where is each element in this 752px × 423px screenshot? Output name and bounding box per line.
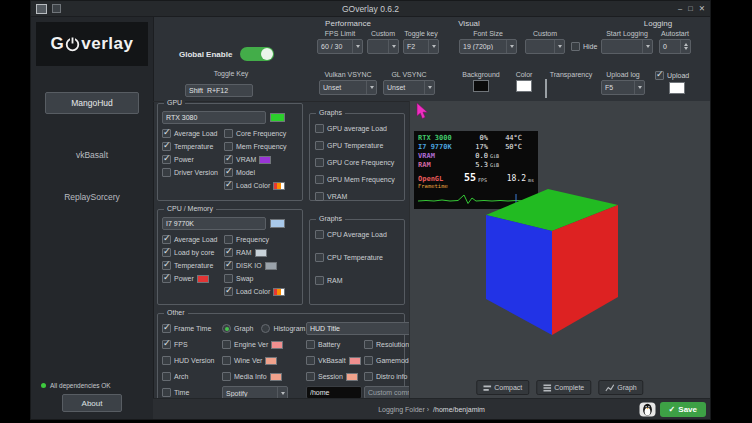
checkbox-cpu-temperature[interactable]: Temperature bbox=[162, 259, 224, 272]
checkbox-core-frequency[interactable]: Core Frequency bbox=[224, 127, 298, 140]
font-size-dropdown[interactable]: 19 (720p) bbox=[459, 39, 517, 54]
about-button[interactable]: About bbox=[62, 394, 122, 412]
checkbox-session[interactable]: Session bbox=[306, 370, 362, 383]
checkbox-hud-version[interactable]: HUD Version bbox=[162, 354, 220, 367]
window-menu-icon[interactable] bbox=[52, 4, 61, 13]
upload-color-swatch[interactable] bbox=[669, 82, 685, 94]
graph-button[interactable]: Graph bbox=[598, 380, 643, 395]
checkbox-box bbox=[222, 372, 231, 381]
background-label: Background bbox=[459, 71, 503, 78]
checkbox-label: Arch bbox=[174, 373, 188, 380]
load-color-swatch[interactable] bbox=[273, 182, 285, 190]
maximize-button[interactable]: □ bbox=[688, 4, 693, 13]
cpu-name-input[interactable] bbox=[162, 217, 266, 230]
checkbox-graph-cpu-average-load[interactable]: CPU Average Load bbox=[315, 228, 399, 241]
checkbox-vram[interactable]: VRAM bbox=[224, 153, 298, 166]
checkbox-box bbox=[224, 142, 233, 151]
checkbox-graph-gpu-core-frequency[interactable]: GPU Core Frequency bbox=[315, 156, 399, 169]
compact-button[interactable]: Compact bbox=[476, 380, 529, 395]
checkbox-gpu-power[interactable]: Power bbox=[162, 153, 224, 166]
spinner-arrows-icon[interactable] bbox=[680, 40, 690, 53]
checkbox-media-info[interactable]: Media Info bbox=[222, 370, 304, 383]
save-button[interactable]: ✓ Save bbox=[660, 402, 706, 417]
background-color-swatch[interactable] bbox=[473, 80, 489, 92]
radio-label: Histogram bbox=[273, 325, 305, 332]
checkbox-label: VRAM bbox=[236, 156, 256, 163]
checkbox-load-by-core[interactable]: Load by core bbox=[162, 246, 224, 259]
cpu-color-swatch[interactable] bbox=[270, 219, 285, 228]
checkbox-fps[interactable]: FPS bbox=[162, 338, 220, 351]
fps-custom-group: Custom bbox=[367, 30, 399, 54]
app-icon bbox=[36, 4, 47, 14]
checkbox-graph-cpu-temperature[interactable]: CPU Temperature bbox=[315, 251, 399, 264]
radio-graph[interactable]: Graph bbox=[222, 322, 253, 335]
transparency-picker-icon[interactable] bbox=[545, 79, 547, 98]
wine-color-swatch[interactable] bbox=[265, 357, 277, 365]
font-custom-dropdown[interactable] bbox=[525, 39, 565, 54]
checkbox-gpu-load-color[interactable]: Load Color bbox=[224, 179, 298, 192]
autostart-spinner[interactable]: 0 bbox=[659, 39, 691, 54]
checkbox-graph-ram[interactable]: RAM bbox=[315, 274, 399, 287]
checkbox-battery[interactable]: Battery bbox=[306, 338, 362, 351]
start-logging-dropdown[interactable] bbox=[601, 39, 653, 54]
checkbox-cpu-power[interactable]: Power bbox=[162, 272, 224, 285]
checkbox-graph-gpu-mem-frequency[interactable]: GPU Mem Frequency bbox=[315, 173, 399, 186]
engine-color-swatch[interactable] bbox=[271, 341, 283, 349]
gpu-name-input[interactable] bbox=[162, 111, 266, 124]
checkbox-cpu-load-color[interactable]: Load Color bbox=[224, 285, 298, 298]
upload-log-dropdown[interactable]: F5 bbox=[601, 80, 645, 95]
toggle-key-input[interactable] bbox=[185, 84, 253, 97]
vkbasalt-color-swatch[interactable] bbox=[349, 357, 361, 365]
checkbox-ram[interactable]: RAM bbox=[224, 246, 298, 259]
disk-io-color-swatch[interactable] bbox=[265, 262, 277, 270]
checkbox-graph-gpu-temperature[interactable]: GPU Temperature bbox=[315, 139, 399, 152]
session-color-swatch[interactable] bbox=[346, 373, 358, 381]
checkbox-label: DISK IO bbox=[236, 262, 262, 269]
text-color-swatch[interactable] bbox=[516, 80, 532, 92]
checkbox-label: CPU Average Load bbox=[327, 231, 387, 238]
complete-button[interactable]: Complete bbox=[536, 380, 591, 395]
fps-limit-dropdown[interactable]: 60 / 30 bbox=[317, 39, 363, 54]
checkbox-frequency[interactable]: Frequency bbox=[224, 233, 298, 246]
checkbox-frame-time[interactable]: Frame Time bbox=[162, 322, 220, 335]
fps-toggle-key-dropdown[interactable]: F2 bbox=[403, 39, 439, 54]
close-button[interactable]: ✕ bbox=[699, 4, 705, 13]
checkbox-mem-frequency[interactable]: Mem Frequency bbox=[224, 140, 298, 153]
vulkan-vsync-dropdown[interactable]: Unset bbox=[319, 80, 377, 95]
checkbox-graph-vram[interactable]: VRAM bbox=[315, 190, 399, 203]
cube-3d-preview bbox=[482, 183, 622, 338]
global-enable-toggle[interactable] bbox=[240, 47, 274, 61]
minimize-button[interactable]: – bbox=[678, 4, 682, 13]
checkbox-arch[interactable]: Arch bbox=[162, 370, 220, 383]
radio-histogram[interactable]: Histogram bbox=[261, 322, 305, 335]
checkbox-driver-version[interactable]: Driver Version bbox=[162, 166, 224, 179]
gpu-color-swatch[interactable] bbox=[270, 113, 285, 122]
sidebar-item-vkbasalt[interactable]: vkBasalt bbox=[76, 150, 108, 160]
checkbox-vkbasalt[interactable]: VkBasalt bbox=[306, 354, 362, 367]
button-label: Graph bbox=[617, 384, 636, 391]
checkbox-box bbox=[224, 129, 233, 138]
start-logging-group: Start Logging bbox=[601, 30, 653, 54]
hide-checkbox[interactable]: Hide bbox=[571, 40, 597, 53]
media-color-swatch[interactable] bbox=[270, 373, 282, 381]
sidebar-item-replaysorcery[interactable]: ReplaySorcery bbox=[64, 192, 120, 202]
ram-color-swatch[interactable] bbox=[255, 249, 267, 257]
vram-color-swatch[interactable] bbox=[259, 156, 271, 164]
checkbox-gpu-temperature[interactable]: Temperature bbox=[162, 140, 224, 153]
upload-checkbox[interactable]: Upload bbox=[655, 69, 699, 82]
checkbox-wine-ver[interactable]: Wine Ver bbox=[222, 354, 304, 367]
sidebar-item-mangohud[interactable]: MangoHud bbox=[45, 92, 139, 114]
checkbox-model[interactable]: Model bbox=[224, 166, 298, 179]
gl-vsync-dropdown[interactable]: Unset bbox=[383, 80, 435, 95]
checkbox-label: Mem Frequency bbox=[236, 143, 287, 150]
checkbox-cpu-average-load[interactable]: Average Load bbox=[162, 233, 224, 246]
checkbox-engine-ver[interactable]: Engine Ver bbox=[222, 338, 304, 351]
load-color-swatch[interactable] bbox=[273, 288, 285, 296]
checkbox-swap[interactable]: Swap bbox=[224, 272, 298, 285]
power-color-swatch[interactable] bbox=[197, 275, 209, 283]
checkbox-gpu-average-load[interactable]: Average Load bbox=[162, 127, 224, 140]
logging-folder-path[interactable]: /home/benjamim bbox=[433, 406, 485, 413]
checkbox-disk-io[interactable]: DISK IO bbox=[224, 259, 298, 272]
fps-custom-dropdown[interactable] bbox=[367, 39, 399, 54]
checkbox-graph-gpu-average-load[interactable]: GPU average Load bbox=[315, 122, 399, 135]
